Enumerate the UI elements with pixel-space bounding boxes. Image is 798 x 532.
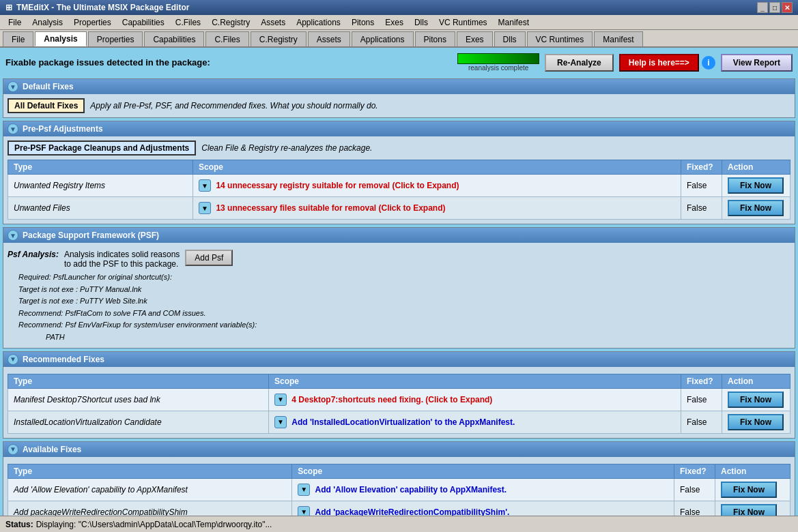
menu-capabilities[interactable]: Capabilities <box>117 16 170 29</box>
tab-manifest[interactable]: Manifest <box>594 31 642 46</box>
fix-now-button[interactable]: Fix Now <box>728 391 784 408</box>
pre-psf-body: Pre-PSF Package Cleanups and Adjustments… <box>3 136 795 224</box>
tab-exes[interactable]: Exes <box>457 31 493 46</box>
fixed-cell: False <box>681 175 722 197</box>
pre-psf-header[interactable]: ▼ Pre-Psf Adjustments <box>3 121 795 136</box>
scope-text: Add 'packageWriteRedirectionCompatibilit… <box>315 507 509 516</box>
menu-vcruntimes[interactable]: VC Runtimes <box>433 16 493 29</box>
fix-now-button[interactable]: Fix Now <box>721 482 777 498</box>
tab-capabilities[interactable]: Capabilities <box>144 31 204 46</box>
col-fixed: Fixed? <box>681 160 722 175</box>
minimize-button[interactable]: _ <box>757 2 768 13</box>
scope-text: 14 unnecessary registry suitable for rem… <box>216 181 459 190</box>
recommended-section: ▼ Recommended Fixes Type Scope Fixed? Ac… <box>3 351 795 439</box>
pre-psf-cleanups-button[interactable]: Pre-PSF Package Cleanups and Adjustments <box>8 141 196 156</box>
tab-dlls[interactable]: Dlls <box>494 31 526 46</box>
type-cell: Manifest Desktop7Shortcut uses bad lnk <box>8 388 269 411</box>
fix-now-button[interactable]: Fix Now <box>721 504 777 516</box>
pre-psf-description: Clean File & Registry re-analyzes the pa… <box>201 143 372 153</box>
menu-dlls[interactable]: Dlls <box>409 16 433 29</box>
scope-text: 4 Desktop7:shortcuts need fixing. (Click… <box>291 394 492 404</box>
scope-cell[interactable]: ▼ 14 unnecessary registry suitable for r… <box>193 175 681 197</box>
expand-arrow[interactable]: ▼ <box>199 202 211 214</box>
available-header[interactable]: ▼ Available Fixes <box>3 442 795 457</box>
help-button[interactable]: Help is here==> <box>619 54 699 72</box>
collapse-pre-psf[interactable]: ▼ <box>8 123 18 134</box>
menu-pitons[interactable]: Pitons <box>346 16 380 29</box>
scope-cell[interactable]: ▼ Add 'InstalledLocationVirtualization' … <box>268 411 681 433</box>
tab-cregistry[interactable]: C.Registry <box>251 31 307 46</box>
add-psf-button[interactable]: Add Psf <box>185 250 233 266</box>
expand-arrow[interactable]: ▼ <box>298 484 310 496</box>
menu-file[interactable]: File <box>3 16 27 29</box>
col-type: Type <box>8 464 292 478</box>
status-text: Displaying: "C:\Users\admin\AppData\Loca… <box>36 520 272 529</box>
collapse-recommended[interactable]: ▼ <box>8 354 18 365</box>
col-action: Action <box>722 374 790 388</box>
maximize-button[interactable]: □ <box>769 2 780 13</box>
psf-note: Recommend: Psf EnvVarFixup for system/us… <box>18 319 790 331</box>
fixed-cell: False <box>681 388 722 411</box>
fix-now-button[interactable]: Fix Now <box>728 177 784 194</box>
menu-manifest[interactable]: Manifest <box>493 16 535 29</box>
all-default-fixes-button[interactable]: All Default Fixes <box>8 98 85 113</box>
menu-analysis[interactable]: Analysis <box>27 16 68 29</box>
menu-exes[interactable]: Exes <box>380 16 409 29</box>
fix-now-button[interactable]: Fix Now <box>728 200 784 216</box>
expand-arrow[interactable]: ▼ <box>298 506 310 516</box>
tab-pitons[interactable]: Pitons <box>415 31 455 46</box>
psf-note: PATH <box>18 331 790 344</box>
fixed-cell: False <box>681 411 722 433</box>
close-button[interactable]: ✕ <box>782 2 793 13</box>
expand-arrow[interactable]: ▼ <box>274 394 287 406</box>
info-icon[interactable]: i <box>702 56 715 70</box>
table-row: Unwanted Files ▼ 13 unnecessary files su… <box>8 197 790 220</box>
default-fixes-header[interactable]: ▼ Default Fixes <box>3 79 795 94</box>
col-fixed: Fixed? <box>674 464 715 478</box>
menu-cfiles[interactable]: C.Files <box>170 16 206 29</box>
col-scope: Scope <box>193 160 681 175</box>
table-row: Add packageWriteRedirectionCompatibility… <box>8 501 790 516</box>
tab-file[interactable]: File <box>3 31 33 46</box>
psf-header[interactable]: ▼ Package Support Framework (PSF) <box>3 228 795 243</box>
pre-psf-title: Pre-Psf Adjustments <box>23 124 103 134</box>
action-cell: Fix Now <box>722 175 790 197</box>
col-action: Action <box>722 160 790 175</box>
menu-assets[interactable]: Assets <box>255 16 291 29</box>
collapse-psf[interactable]: ▼ <box>8 230 18 241</box>
recommended-title: Recommended Fixes <box>23 355 104 364</box>
tab-analysis[interactable]: Analysis <box>35 31 86 46</box>
scope-cell[interactable]: ▼ Add 'packageWriteRedirectionCompatibil… <box>292 501 674 516</box>
tab-assets[interactable]: Assets <box>308 31 350 46</box>
psf-note: Required: PsfLauncher for original short… <box>18 271 790 284</box>
reanalyze-button[interactable]: Re-Analyze <box>545 54 614 72</box>
view-report-button[interactable]: View Report <box>721 54 793 72</box>
title-text: TMEditX - The Ultimate MSIX Package Edit… <box>16 3 189 12</box>
expand-arrow[interactable]: ▼ <box>199 179 211 192</box>
collapse-available[interactable]: ▼ <box>8 444 18 455</box>
expand-arrow[interactable]: ▼ <box>274 416 287 428</box>
scope-cell[interactable]: ▼ 13 unnecessary files suitable for remo… <box>193 197 681 220</box>
scope-cell[interactable]: ▼ 4 Desktop7:shortcuts need fixing. (Cli… <box>268 388 681 411</box>
fix-now-button[interactable]: Fix Now <box>728 414 784 430</box>
tab-properties[interactable]: Properties <box>88 31 143 46</box>
scope-cell[interactable]: ▼ Add 'Allow Elevation' capability to Ap… <box>292 478 674 501</box>
tab-applications[interactable]: Applications <box>352 31 414 46</box>
available-section: ▼ Available Fixes Type Scope Fixed? Acti… <box>3 441 795 516</box>
menu-properties[interactable]: Properties <box>68 16 117 29</box>
pre-psf-section: ▼ Pre-Psf Adjustments Pre-PSF Package Cl… <box>3 121 795 224</box>
recommended-header[interactable]: ▼ Recommended Fixes <box>3 352 795 367</box>
tab-cfiles[interactable]: C.Files <box>205 31 248 46</box>
progress-area: reanalysis complete <box>457 53 539 72</box>
default-fixes-body: All Default Fixes Apply all Pre-Psf, PSF… <box>3 94 795 117</box>
menu-applications[interactable]: Applications <box>291 16 346 29</box>
tabbar: File Analysis Properties Capabilities C.… <box>0 30 798 48</box>
table-row: Add 'Allow Elevation' capability to AppX… <box>8 478 790 501</box>
collapse-default-fixes[interactable]: ▼ <box>8 81 18 92</box>
menubar: File Analysis Properties Capabilities C.… <box>0 15 798 30</box>
default-fixes-description: Apply all Pre-Psf, PSF, and Recommended … <box>90 101 377 110</box>
menu-cregistry[interactable]: C.Registry <box>206 16 255 29</box>
psf-note: Target is not exe : PuTTY Web Site.lnk <box>18 295 790 308</box>
progress-text: reanalysis complete <box>468 64 528 72</box>
tab-vcruntimes[interactable]: VC Runtimes <box>527 31 593 46</box>
